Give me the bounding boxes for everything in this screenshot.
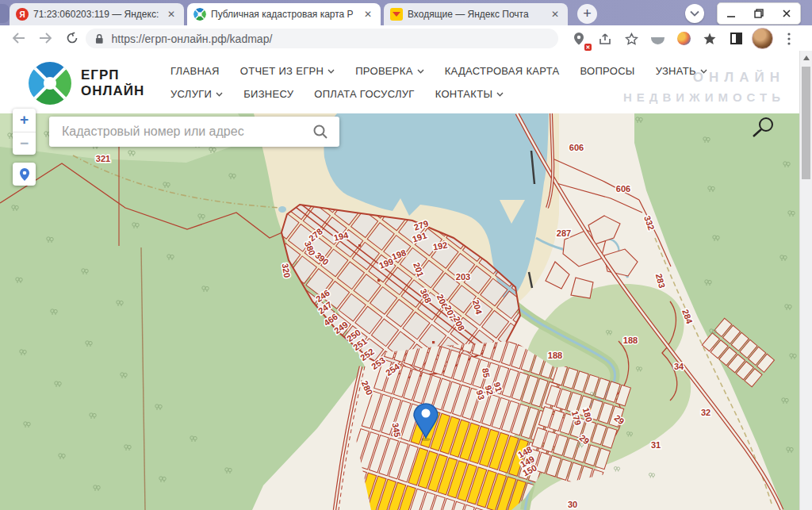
nav-row-2: УСЛУГИБИЗНЕСУОПЛАТА ГОСУСЛУГКОНТАКТЫ <box>170 88 741 100</box>
location-pin-icon <box>573 32 584 45</box>
nav-item-row1-3[interactable]: ПРОВЕРКА <box>355 65 424 77</box>
site-logo[interactable]: ЕГРП ОНЛАЙН <box>29 62 144 105</box>
new-tab-button[interactable]: + <box>577 4 597 24</box>
three-dots-icon <box>787 33 791 45</box>
star-icon <box>625 33 638 45</box>
bookmark-button[interactable] <box>621 29 642 49</box>
main-nav: ГЛАВНАЯОТЧЕТ ИЗ ЕГРНПРОВЕРКАКАДАСТРОВАЯ … <box>170 65 741 111</box>
geolocation-blocked-button[interactable]: ✕ <box>569 29 589 49</box>
extension-icon-gray[interactable] <box>647 29 668 49</box>
share-button[interactable] <box>595 29 615 49</box>
forward-icon <box>39 33 52 44</box>
parcel-label-188: 188 <box>548 351 562 360</box>
tab-close-icon[interactable]: ✕ <box>362 8 374 21</box>
egrp-favicon <box>193 8 206 21</box>
chevron-down-icon <box>496 92 504 97</box>
chevron-down-icon <box>700 69 707 74</box>
nav-item-row2-1[interactable]: УСЛУГИ <box>170 88 223 100</box>
reload-button[interactable] <box>62 28 82 48</box>
dark-star-icon <box>703 33 716 45</box>
parcel-label-321: 321 <box>96 154 110 163</box>
locate-pin-icon <box>19 167 30 182</box>
nav-item-row2-3[interactable]: ОПЛАТА ГОСУСЛУГ <box>314 88 414 100</box>
scrollbar-thumb[interactable] <box>802 67 810 179</box>
map-canvas[interactable]: 3212781942791911923803903201981992012033… <box>0 113 799 510</box>
site-header: ЕГРП ОНЛАЙН ГЛАВНАЯОТЧЕТ ИЗ ЕГРНПРОВЕРКА… <box>0 51 799 114</box>
share-icon <box>599 33 612 45</box>
page-scrollbar[interactable] <box>799 51 812 510</box>
nav-item-row2-4[interactable]: КОНТАКТЫ <box>435 88 504 100</box>
my-location-button[interactable] <box>13 163 36 186</box>
parcel-label-188: 188 <box>623 336 638 345</box>
extension-icon-colorful[interactable] <box>673 29 694 49</box>
tab-stub <box>0 4 10 23</box>
yandex-favicon: Я <box>16 8 29 21</box>
back-icon <box>12 33 25 44</box>
profile-avatar[interactable] <box>752 28 773 49</box>
tab-title: Входящие — Яндекс Почта <box>408 9 544 20</box>
parcel-label-31: 31 <box>651 440 661 450</box>
tab-search-chevron-button[interactable] <box>685 4 704 23</box>
restore-button[interactable] <box>753 8 764 19</box>
address-bar[interactable] <box>86 29 558 48</box>
nav-item-row1-2[interactable]: ОТЧЕТ ИЗ ЕГРН <box>240 65 335 77</box>
egrp-logo-icon <box>29 62 71 105</box>
parcel-label-203: 203 <box>456 272 470 282</box>
map-search-box[interactable] <box>49 117 339 147</box>
zoom-in-button[interactable]: + <box>13 109 36 132</box>
cadastral-map[interactable]: 3212781942791911923803903201981992012033… <box>0 113 799 510</box>
reload-icon <box>66 32 79 44</box>
scroll-up-arrow-icon[interactable] <box>803 56 810 60</box>
map-zoom-controls: + − <box>13 109 36 155</box>
forward-button[interactable] <box>35 28 56 48</box>
close-button[interactable] <box>781 8 792 19</box>
tab-close-icon[interactable]: ✕ <box>165 8 178 21</box>
tab-title: Публичная кадастровая карта Р <box>211 9 357 20</box>
blocked-badge-icon: ✕ <box>584 44 592 51</box>
chevron-down-icon <box>417 69 424 74</box>
parcel-label-606: 606 <box>616 184 630 194</box>
search-icon[interactable] <box>312 124 328 140</box>
nav-item-row1-5[interactable]: ВОПРОСЫ <box>580 65 634 77</box>
parcel-label-606: 606 <box>569 143 584 152</box>
back-button[interactable] <box>8 28 29 48</box>
url-input[interactable] <box>110 32 549 46</box>
minimize-button[interactable] <box>726 8 737 19</box>
tab-yandex-mail[interactable]: Входящие — Яндекс Почта ✕ <box>384 3 568 25</box>
tab-close-icon[interactable]: ✕ <box>549 8 561 21</box>
logo-text: ЕГРП ОНЛАЙН <box>81 67 144 99</box>
nav-row-1: ГЛАВНАЯОТЧЕТ ИЗ ЕГРНПРОВЕРКАКАДАСТРОВАЯ … <box>170 65 741 77</box>
nav-item-row2-2[interactable]: БИЗНЕСУ <box>243 88 293 100</box>
nav-item-row1-6[interactable]: УЗНАТЬ <box>656 65 707 77</box>
tab-title: 71:23:060203:119 — Яндекс: наш <box>33 9 160 20</box>
window-controls <box>717 2 801 25</box>
browser-menu-button[interactable] <box>779 29 799 49</box>
yandex-mail-favicon <box>390 8 403 21</box>
extension-icon-dark[interactable] <box>699 29 720 49</box>
zoom-out-button[interactable]: − <box>13 132 36 155</box>
tab-bar: Я 71:23:060203:119 — Яндекс: наш ✕ Публи… <box>0 0 812 25</box>
browser-window: Я 71:23:060203:119 — Яндекс: наш ✕ Публи… <box>0 0 812 510</box>
chevron-down-icon <box>327 69 335 74</box>
nav-item-row1-4[interactable]: КАДАСТРОВАЯ КАРТА <box>445 65 560 77</box>
chevron-down-icon <box>216 92 223 97</box>
parcel-label-287: 287 <box>557 228 571 238</box>
sidebar-toggle-button[interactable] <box>726 29 746 49</box>
lock-icon <box>95 33 104 44</box>
map-search-input[interactable] <box>60 124 312 140</box>
tab-cadastral-map[interactable]: Публичная кадастровая карта Р ✕ <box>187 3 381 25</box>
browser-toolbar: ✕ <box>0 25 812 52</box>
nav-item-row1-1[interactable]: ГЛАВНАЯ <box>170 65 220 77</box>
tab-yandex-search[interactable]: Я 71:23:060203:119 — Яндекс: наш ✕ <box>10 3 184 25</box>
parcel-label-30: 30 <box>568 500 577 509</box>
parcel-label-32: 32 <box>701 408 710 417</box>
chevron-down-icon <box>690 10 699 17</box>
parcel-label-34: 34 <box>674 362 684 371</box>
toolbar-extensions: ✕ <box>569 28 799 49</box>
parcel-label-85: 85 <box>481 367 492 378</box>
